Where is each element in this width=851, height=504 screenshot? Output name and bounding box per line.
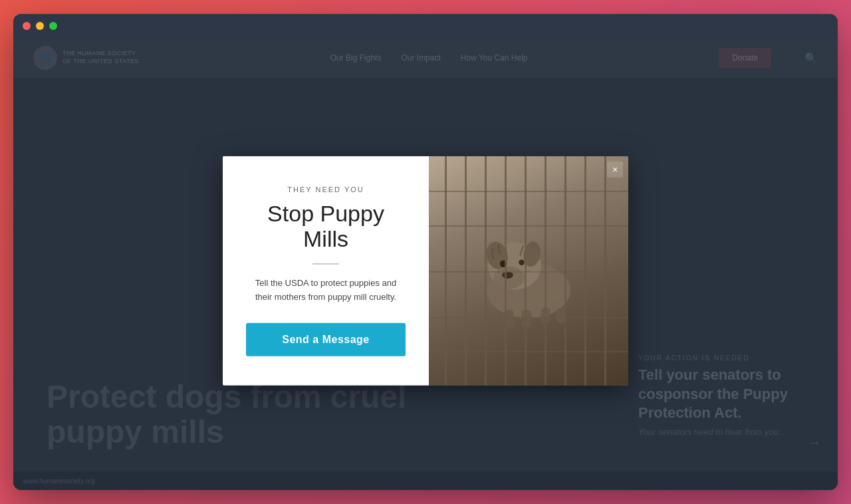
modal-left-panel: THEY NEED YOU Stop Puppy Mills Tell the … <box>223 156 429 386</box>
browser-titlebar <box>13 14 838 38</box>
modal-divider <box>312 263 339 265</box>
browser-content: 🐾 THE HUMANE SOCIETY OF THE UNITED STATE… <box>13 38 838 490</box>
send-message-button[interactable]: Send a Message <box>246 323 406 356</box>
close-modal-button[interactable]: × <box>607 162 623 178</box>
maximize-dot[interactable] <box>49 22 57 30</box>
cage-bars <box>429 156 628 386</box>
modal-right-panel: × <box>429 156 628 386</box>
modal: THEY NEED YOU Stop Puppy Mills Tell the … <box>223 156 628 386</box>
minimize-dot[interactable] <box>36 22 44 30</box>
modal-description: Tell the USDA to protect puppies and the… <box>246 277 406 305</box>
modal-title: Stop Puppy Mills <box>246 201 406 251</box>
close-dot[interactable] <box>23 22 31 30</box>
modal-eyebrow: THEY NEED YOU <box>287 186 364 193</box>
dog-cage-image <box>429 156 628 386</box>
browser-window: 🐾 THE HUMANE SOCIETY OF THE UNITED STATE… <box>13 14 838 490</box>
